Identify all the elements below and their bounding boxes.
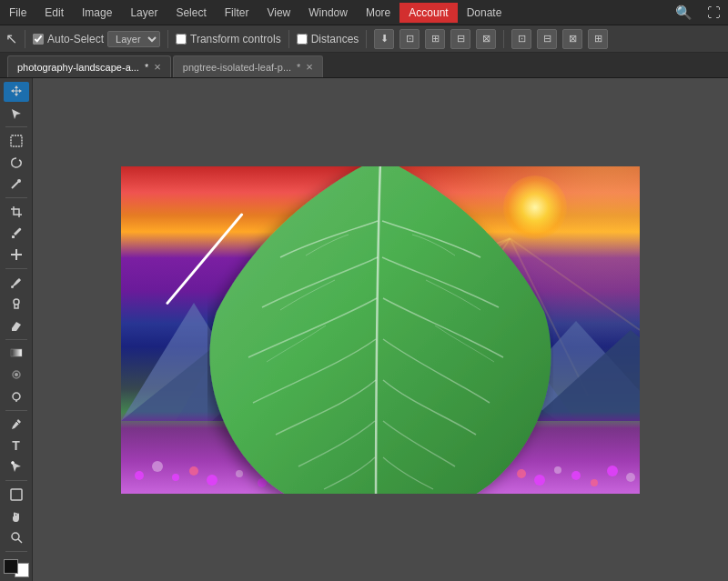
toolbar-sep-1 — [25, 30, 25, 48]
color-swatch-area — [4, 559, 29, 577]
tool-dodge[interactable] — [4, 386, 29, 406]
menu-donate[interactable]: Donate — [458, 3, 511, 23]
tool-brush[interactable] — [4, 273, 29, 293]
move-cursor-icon: ↖ — [5, 30, 17, 47]
transform-controls-control: Transform controls — [176, 33, 281, 45]
toolbar-sep-2 — [167, 30, 168, 48]
menu-select[interactable]: Select — [167, 3, 215, 23]
menu-account[interactable]: Account — [399, 3, 457, 23]
tool-marquee[interactable] — [4, 131, 29, 151]
menu-edit[interactable]: Edit — [35, 3, 73, 23]
options-toolbar: ↖ Auto-Select Layer Transform controls D… — [0, 25, 728, 53]
toolbar-more-btn[interactable]: ⊞ — [588, 29, 608, 49]
tool-healing[interactable] — [4, 245, 29, 265]
toolbar-align-center-btn[interactable]: ⊟ — [450, 29, 470, 49]
canvas-image — [121, 166, 640, 494]
svg-point-31 — [135, 471, 144, 480]
autoselect-control: Auto-Select Layer — [33, 31, 160, 47]
leaf-svg — [207, 166, 553, 494]
svg-point-2 — [17, 179, 21, 183]
transform-controls-label: Transform controls — [190, 33, 281, 45]
menu-window[interactable]: Window — [299, 3, 357, 23]
menu-image[interactable]: Image — [73, 3, 121, 23]
toolbar-copy-btn[interactable]: ⊡ — [399, 29, 420, 49]
menu-layer[interactable]: Layer — [121, 3, 167, 23]
svg-point-12 — [11, 462, 14, 465]
menu-more[interactable]: More — [357, 3, 399, 23]
tool-crop[interactable] — [4, 202, 29, 222]
toolbar-sep-3 — [288, 30, 289, 48]
autoselect-dropdown[interactable]: Layer — [107, 31, 160, 47]
toolbar-transform-btn[interactable]: ⊠ — [562, 29, 582, 49]
toolbar-download-btn[interactable]: ⬇ — [374, 29, 394, 49]
tab-landscape-close[interactable]: × — [154, 61, 161, 73]
tab-landscape-label: photography-landscape-a... — [17, 62, 139, 73]
distances-control: Distances — [297, 33, 359, 45]
toolbar-align-left-btn[interactable]: ⊞ — [425, 29, 445, 49]
text-icon: T — [12, 438, 20, 453]
svg-rect-0 — [11, 135, 22, 146]
main-layout: T — [0, 78, 728, 581]
svg-point-14 — [12, 533, 19, 540]
svg-line-1 — [12, 182, 18, 188]
tool-sep-4 — [5, 339, 27, 340]
autoselect-label: Auto-Select — [47, 33, 104, 45]
distances-checkbox[interactable] — [297, 34, 308, 45]
distances-label: Distances — [311, 33, 359, 45]
toolbar-distribute-btn[interactable]: ⊡ — [511, 29, 531, 49]
svg-point-48 — [626, 473, 635, 482]
tool-sep-7 — [5, 551, 27, 552]
tab-bar: photography-landscape-a... * × pngtree-i… — [0, 53, 728, 78]
menu-file[interactable]: File — [0, 3, 35, 23]
tool-lasso[interactable] — [4, 153, 29, 173]
toolbar-sep-4 — [366, 30, 367, 48]
toolbar-sep-5 — [503, 30, 504, 48]
toolbar-align-right-btn[interactable]: ⊠ — [476, 29, 496, 49]
tool-shape[interactable] — [4, 485, 29, 505]
svg-rect-13 — [11, 489, 22, 500]
tool-hand[interactable] — [4, 506, 29, 526]
svg-point-33 — [172, 474, 179, 481]
tool-cursor[interactable] — [4, 104, 29, 124]
svg-point-47 — [607, 466, 618, 476]
tab-leaf-close[interactable]: × — [306, 61, 313, 73]
fullscreen-icon[interactable]: ⛶ — [700, 5, 728, 20]
tool-sep-6 — [5, 480, 27, 481]
svg-line-15 — [18, 539, 22, 543]
tool-sep-1 — [5, 126, 27, 127]
svg-point-34 — [189, 466, 198, 476]
menu-bar: File Edit Image Layer Select Filter View… — [0, 0, 728, 25]
tool-zoom[interactable] — [4, 527, 29, 547]
tool-sep-3 — [5, 268, 27, 269]
tab-landscape-modified: * — [145, 62, 148, 73]
autoselect-checkbox[interactable] — [33, 34, 44, 45]
tab-leaf-label: pngtree-isolated-leaf-p... — [183, 62, 291, 73]
tab-leaf[interactable]: pngtree-isolated-leaf-p... * × — [173, 55, 323, 77]
tab-landscape[interactable]: photography-landscape-a... * × — [7, 55, 171, 77]
tool-path-select[interactable] — [4, 457, 29, 477]
search-icon[interactable]: 🔍 — [668, 5, 700, 21]
svg-point-8 — [15, 373, 18, 376]
svg-point-32 — [152, 461, 163, 472]
foreground-color-swatch[interactable] — [4, 559, 18, 574]
toolbox: T — [0, 78, 33, 581]
tool-blur[interactable] — [4, 365, 29, 385]
tool-eraser[interactable] — [4, 316, 29, 336]
svg-point-45 — [571, 471, 581, 480]
canvas-area[interactable] — [33, 78, 728, 581]
transform-controls-checkbox[interactable] — [176, 34, 187, 45]
svg-point-44 — [554, 466, 561, 474]
svg-point-4 — [11, 285, 14, 288]
tool-pen[interactable] — [4, 414, 29, 434]
tool-gradient[interactable] — [4, 344, 29, 364]
tool-stamp[interactable] — [4, 294, 29, 314]
tool-magic-wand[interactable] — [4, 174, 29, 194]
svg-rect-6 — [11, 349, 22, 356]
tool-text[interactable]: T — [4, 436, 29, 456]
tool-eyedropper[interactable] — [4, 224, 29, 244]
tool-move[interactable] — [4, 82, 29, 102]
tool-sep-5 — [5, 410, 27, 411]
menu-filter[interactable]: Filter — [216, 3, 258, 23]
toolbar-arrange-btn[interactable]: ⊟ — [537, 29, 557, 49]
menu-view[interactable]: View — [258, 3, 299, 23]
